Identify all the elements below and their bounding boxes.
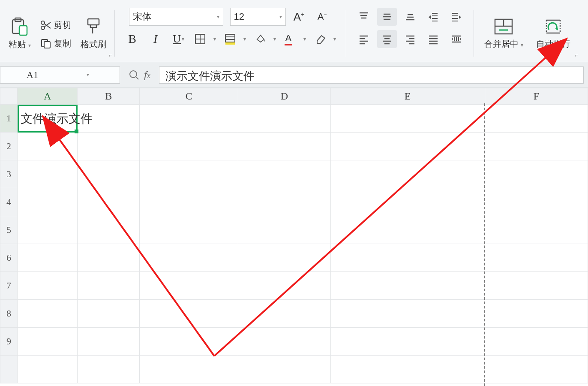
cell[interactable] — [330, 188, 485, 216]
cell[interactable] — [140, 133, 238, 160]
italic-button[interactable]: I — [146, 30, 165, 48]
cell[interactable] — [485, 133, 588, 160]
decrease-indent-button[interactable] — [423, 8, 443, 26]
font-name-select[interactable]: 宋体▾ — [129, 8, 223, 26]
font-size-select[interactable]: 12▾ — [230, 8, 286, 26]
cell[interactable] — [330, 328, 485, 356]
cell[interactable] — [140, 356, 238, 383]
cell[interactable] — [330, 272, 485, 300]
align-top-button[interactable] — [354, 8, 374, 26]
cell[interactable] — [238, 356, 330, 383]
spreadsheet-grid[interactable]: A B C D E F 1 2 3 4 5 6 7 8 9 文件演示文件 — [0, 88, 588, 386]
wrap-text-button[interactable]: 自动换行 — [532, 17, 575, 51]
copy-button[interactable]: 复制 — [38, 36, 74, 51]
cell[interactable] — [78, 133, 140, 160]
font-color-button[interactable]: A▾ — [282, 30, 309, 48]
cell[interactable] — [485, 272, 588, 300]
row-header[interactable]: 9 — [0, 328, 18, 356]
cell[interactable] — [18, 133, 78, 160]
cell[interactable] — [330, 356, 485, 383]
merge-center-button[interactable]: 合并居中 ▾ — [480, 17, 528, 51]
row-header[interactable]: 3 — [0, 160, 18, 188]
dialog-launcher-icon[interactable]: ⌐ — [575, 52, 579, 58]
cell[interactable] — [485, 216, 588, 244]
align-left-button[interactable] — [354, 30, 374, 48]
cell[interactable] — [140, 328, 238, 356]
cell[interactable] — [140, 300, 238, 328]
cell[interactable] — [330, 105, 485, 133]
cell[interactable] — [78, 160, 140, 188]
cell[interactable] — [18, 356, 78, 383]
column-header[interactable]: C — [140, 88, 238, 105]
row-header[interactable]: 7 — [0, 272, 18, 300]
increase-font-button[interactable]: A+ — [289, 8, 309, 26]
paste-button[interactable]: 粘贴 ▾ — [4, 16, 35, 51]
column-header[interactable]: E — [330, 88, 485, 105]
cell[interactable] — [78, 244, 140, 272]
cell[interactable] — [485, 188, 588, 216]
increase-indent-button[interactable] — [447, 8, 466, 26]
cell[interactable] — [18, 160, 78, 188]
cell[interactable] — [140, 188, 238, 216]
cell[interactable] — [238, 244, 330, 272]
column-header[interactable]: B — [78, 88, 140, 105]
cell[interactable] — [78, 216, 140, 244]
cell[interactable] — [330, 160, 485, 188]
cell[interactable] — [330, 133, 485, 160]
cell[interactable] — [140, 105, 238, 133]
row-header[interactable]: 8 — [0, 300, 18, 328]
cell[interactable] — [140, 244, 238, 272]
fx-icon[interactable]: fx — [144, 69, 150, 81]
cell[interactable] — [330, 244, 485, 272]
name-box[interactable]: A1 ▾ — [0, 66, 120, 84]
cell[interactable] — [238, 105, 330, 133]
cell[interactable] — [18, 300, 78, 328]
cell[interactable] — [330, 300, 485, 328]
cell[interactable] — [18, 244, 78, 272]
row-header[interactable]: 2 — [0, 133, 18, 160]
formula-bar[interactable]: 演示文件演示文件 — [159, 66, 584, 84]
fill-color-button[interactable]: ▾ — [252, 30, 279, 48]
cell[interactable] — [238, 160, 330, 188]
cell[interactable] — [18, 216, 78, 244]
cell[interactable] — [485, 356, 588, 383]
cell[interactable] — [330, 216, 485, 244]
cell[interactable] — [140, 160, 238, 188]
borders-button[interactable]: ▾ — [192, 30, 219, 48]
cell[interactable] — [238, 216, 330, 244]
cell[interactable] — [238, 272, 330, 300]
eraser-button[interactable]: ▾ — [312, 30, 339, 48]
underline-button[interactable]: U▾ — [169, 30, 189, 48]
row-header[interactable]: 4 — [0, 188, 18, 216]
select-all-corner[interactable] — [0, 88, 18, 105]
fill-handle[interactable] — [75, 130, 78, 133]
cell[interactable] — [485, 300, 588, 328]
cell[interactable] — [78, 356, 140, 383]
cell[interactable] — [485, 160, 588, 188]
cell[interactable] — [78, 272, 140, 300]
distribute-button[interactable] — [447, 30, 466, 48]
cell[interactable] — [485, 328, 588, 356]
row-header[interactable]: 6 — [0, 244, 18, 272]
cell[interactable] — [238, 328, 330, 356]
column-header[interactable]: F — [485, 88, 588, 105]
align-center-button[interactable] — [377, 30, 397, 48]
cell[interactable] — [238, 133, 330, 160]
justify-button[interactable] — [423, 30, 443, 48]
align-right-button[interactable] — [400, 30, 420, 48]
cell[interactable] — [78, 300, 140, 328]
bold-button[interactable]: B — [123, 30, 142, 48]
cell[interactable] — [140, 272, 238, 300]
row-header[interactable]: 5 — [0, 216, 18, 244]
format-painter-button[interactable]: 格式刷 — [76, 16, 111, 51]
active-cell[interactable]: 文件演示文件 — [18, 105, 78, 133]
cell[interactable] — [485, 105, 588, 133]
cell[interactable] — [18, 272, 78, 300]
cell[interactable] — [78, 328, 140, 356]
row-header[interactable] — [0, 356, 18, 383]
fill-row-color-button[interactable]: ▾ — [222, 30, 249, 48]
align-middle-button[interactable] — [377, 8, 397, 26]
cut-button[interactable]: 剪切 — [38, 18, 74, 32]
dialog-launcher-icon[interactable]: ⌐ — [109, 52, 112, 58]
column-header[interactable]: D — [238, 88, 330, 105]
